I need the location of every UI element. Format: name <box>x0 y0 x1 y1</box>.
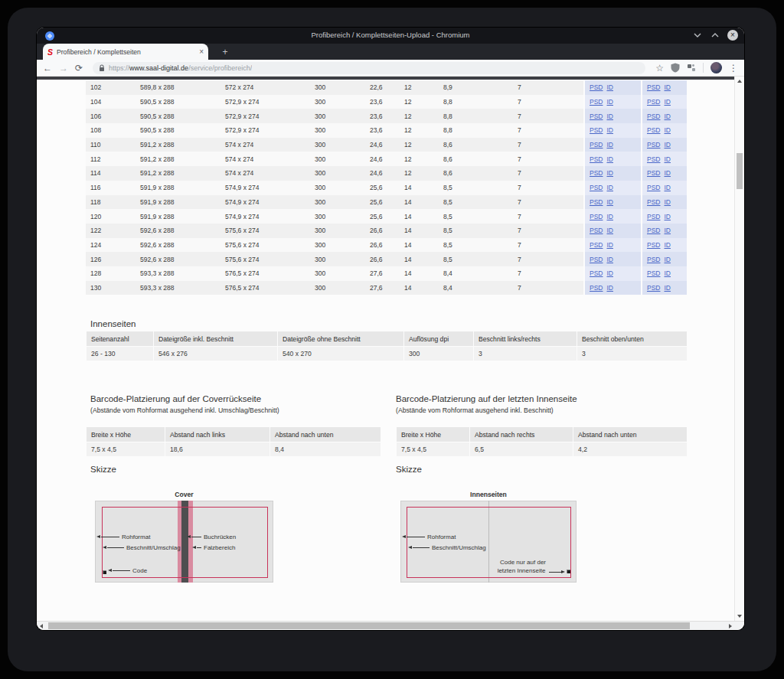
id-link[interactable]: ID <box>606 141 613 149</box>
id-link[interactable]: ID <box>606 184 613 191</box>
address-bar[interactable]: https://www.saal-digital.de/service/prof… <box>93 62 645 74</box>
table-cell: 8,5 <box>439 238 513 253</box>
id-link[interactable]: ID <box>606 227 613 234</box>
id-link[interactable]: ID <box>664 198 671 206</box>
id-link[interactable]: ID <box>664 256 671 263</box>
new-tab-button[interactable]: + <box>219 46 231 58</box>
browser-tab[interactable]: S Profibereich / Komplettseiten × <box>43 44 208 60</box>
adblock-shield-icon[interactable] <box>671 63 680 73</box>
site-favicon: S <box>47 47 53 57</box>
psd-link[interactable]: PSD <box>647 126 660 134</box>
back-icon[interactable]: ← <box>43 64 52 73</box>
vertical-scrollbar[interactable] <box>734 77 744 621</box>
psd-link[interactable]: PSD <box>590 155 603 163</box>
id-link[interactable]: ID <box>606 284 613 292</box>
id-link[interactable]: ID <box>664 213 671 220</box>
id-link[interactable]: ID <box>606 98 613 106</box>
arrow-line <box>549 572 561 573</box>
tab-close-icon[interactable]: × <box>199 48 204 56</box>
id-link[interactable]: ID <box>606 113 613 120</box>
scroll-up-icon[interactable] <box>737 80 742 83</box>
table-cell: 591,2 x 288 <box>136 138 220 152</box>
close-window-icon[interactable]: × <box>727 30 738 41</box>
psd-link[interactable]: PSD <box>590 213 603 220</box>
profile-avatar[interactable] <box>710 62 722 73</box>
psd-link[interactable]: PSD <box>590 241 603 249</box>
vertical-scroll-thumb[interactable] <box>737 153 743 189</box>
id-link[interactable]: ID <box>664 113 671 120</box>
id-link[interactable]: ID <box>606 256 613 263</box>
forward-icon[interactable]: → <box>59 64 68 73</box>
id-link[interactable]: ID <box>606 213 613 220</box>
table-cell: 12 <box>400 95 439 109</box>
table-cell: 575,6 x 274 <box>220 238 310 253</box>
psd-link[interactable]: PSD <box>647 169 660 177</box>
scroll-down-icon[interactable] <box>737 615 742 618</box>
table-cell: 118 <box>86 195 136 210</box>
table-cell: 120 <box>86 209 136 224</box>
sketch-innen-heading: Skizze <box>396 465 422 474</box>
id-link[interactable]: ID <box>606 198 613 206</box>
psd-link[interactable]: PSD <box>647 256 660 263</box>
id-link[interactable]: ID <box>606 83 613 91</box>
psd-link[interactable]: PSD <box>647 284 660 292</box>
psd-link[interactable]: PSD <box>647 213 660 220</box>
scroll-left-icon[interactable] <box>40 624 43 628</box>
table-cell: 574 x 274 <box>220 138 310 152</box>
id-link[interactable]: ID <box>606 241 613 249</box>
psd-link[interactable]: PSD <box>590 126 603 134</box>
id-link[interactable]: ID <box>664 83 671 91</box>
id-link[interactable]: ID <box>664 241 671 249</box>
id-link[interactable]: ID <box>606 126 613 134</box>
psd-link[interactable]: PSD <box>590 284 603 292</box>
id-link[interactable]: ID <box>606 155 613 163</box>
psd-link[interactable]: PSD <box>590 269 603 277</box>
psd-link[interactable]: PSD <box>647 141 660 149</box>
arrow-line <box>191 537 201 537</box>
id-link[interactable]: ID <box>664 169 671 177</box>
psd-link[interactable]: PSD <box>590 256 603 263</box>
psd-link[interactable]: PSD <box>647 113 660 120</box>
psd-link[interactable]: PSD <box>647 83 660 91</box>
psd-link[interactable]: PSD <box>647 241 660 249</box>
menu-kebab-icon[interactable]: ⋮ <box>729 64 738 73</box>
id-link[interactable]: ID <box>664 126 671 134</box>
psd-link[interactable]: PSD <box>590 227 603 234</box>
horizontal-scrollbar[interactable] <box>37 621 744 630</box>
extension-icon[interactable] <box>687 64 696 73</box>
table-cell: 572 x 274 <box>220 80 310 95</box>
id-link[interactable]: ID <box>664 269 671 277</box>
id-link[interactable]: ID <box>664 227 671 234</box>
psd-link[interactable]: PSD <box>647 227 660 234</box>
scroll-right-icon[interactable] <box>729 624 732 628</box>
psd-link[interactable]: PSD <box>647 269 660 277</box>
psd-link[interactable]: PSD <box>647 198 660 206</box>
window-titlebar[interactable]: Profibereich / Komplettseiten-Upload - C… <box>37 28 744 44</box>
psd-link[interactable]: PSD <box>647 98 660 106</box>
id-link[interactable]: ID <box>664 98 671 106</box>
psd-link[interactable]: PSD <box>590 98 603 106</box>
id-link[interactable]: ID <box>664 184 671 191</box>
id-link[interactable]: ID <box>606 169 613 177</box>
minimize-chevron-icon[interactable] <box>692 30 703 41</box>
psd-link[interactable]: PSD <box>647 155 660 163</box>
monitor-screen: Profibereich / Komplettseiten-Upload - C… <box>8 8 776 671</box>
download-links-cell: PSDID <box>583 152 641 166</box>
maximize-chevron-icon[interactable] <box>710 30 720 41</box>
id-link[interactable]: ID <box>664 141 671 149</box>
barcode-cover-heading: Barcode-Platzierung auf der Coverrücksei… <box>90 394 261 403</box>
id-link[interactable]: ID <box>664 155 671 163</box>
psd-link[interactable]: PSD <box>590 83 603 91</box>
psd-link[interactable]: PSD <box>647 184 660 191</box>
id-link[interactable]: ID <box>664 284 671 292</box>
reload-icon[interactable]: ⟳ <box>75 64 83 73</box>
psd-link[interactable]: PSD <box>590 141 603 149</box>
bookmark-star-icon[interactable]: ☆ <box>655 64 664 73</box>
psd-link[interactable]: PSD <box>590 198 603 206</box>
psd-link[interactable]: PSD <box>590 113 603 120</box>
id-link[interactable]: ID <box>606 269 613 277</box>
psd-link[interactable]: PSD <box>590 169 603 177</box>
psd-link[interactable]: PSD <box>590 184 603 191</box>
horizontal-scroll-thumb[interactable] <box>48 622 690 629</box>
column-header: Abstand nach unten <box>573 427 687 442</box>
